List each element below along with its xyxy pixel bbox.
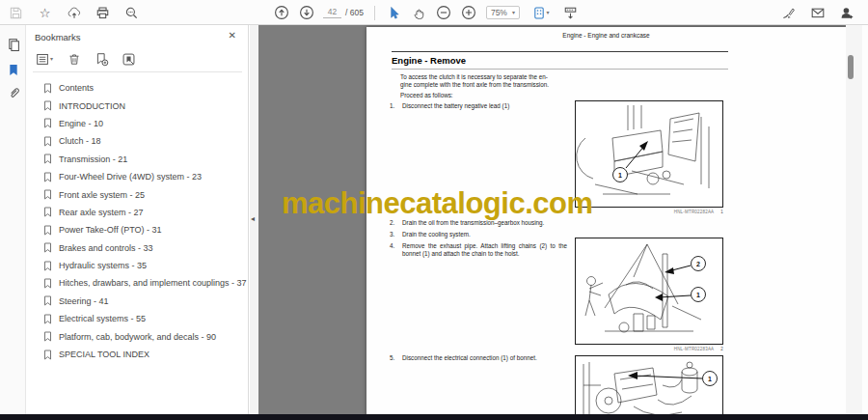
panel-splitter[interactable]: ◂ [250,25,258,414]
toolbar-nav-group: 42 / 605 75% ▾ ▾ [273,0,579,25]
bookmark-item-4wd[interactable]: Four-Wheel Drive (4WD) system - 23 [26,168,249,185]
intro-line: To access the clutch it is necessary to … [400,73,553,81]
hand-tool-icon[interactable] [411,3,427,22]
bookmark-label: Electrical systems - 55 [59,314,146,323]
section-title: Engine - Remove [392,55,466,66]
step-number: 3. [390,231,402,238]
bookmarks-toolbar: ▾ [34,51,136,67]
account-add-icon[interactable] [838,3,854,22]
cloud-upload-icon[interactable] [66,3,82,22]
page-number-box: 42 / 605 [323,7,364,18]
scrollbar-thumb[interactable] [848,55,854,79]
bookmark-item-pto[interactable]: Power Take-Off (PTO) - 31 [26,221,249,238]
bookmark-label: Brakes and controls - 33 [59,243,153,253]
add-bookmark-icon[interactable] [94,51,109,67]
delete-bookmark-icon[interactable] [67,51,82,67]
step-4: 4.Remove the exhaust pipe. Attach liftin… [390,242,567,258]
save-icon[interactable] [8,3,24,22]
navigation-rail [0,25,26,420]
figure-callout: 1 [708,376,712,382]
toolbar-share-group [780,0,854,25]
select-tool-icon[interactable] [386,3,402,22]
step-3: 3.Drain the cooling system. [390,231,567,238]
bookmark-label: Power Take-Off (PTO) - 31 [59,225,162,235]
page-number-input[interactable]: 42 [323,7,341,18]
bookmark-item-electrical[interactable]: Electrical systems - 55 [26,310,249,327]
bookmark-label: SPECIAL TOOL INDEX [59,350,149,359]
pdf-reader-window: ☆ 42 / 605 [0,0,868,420]
intro-line: gine complete with the front axle from t… [400,81,553,89]
bookmark-label: Engine - 10 [59,119,103,128]
locate-bookmark-icon[interactable] [121,51,136,67]
mail-icon[interactable] [809,3,826,22]
figure-battery-illustration: 1 [575,100,723,208]
step-5: 5.Disconnect the electrical connection (… [390,354,567,362]
bookmarks-panel-icon[interactable] [6,62,21,77]
page-thumbnails-icon[interactable] [6,37,21,52]
figure-electrical-connection-illustration: 1 [575,355,723,414]
intro-paragraph: To access the clutch it is necessary to … [400,73,553,89]
running-header: Engine - Engine and crankcase [366,32,846,39]
bookmark-item-rear-axle[interactable]: Rear axle system - 27 [26,204,249,221]
bookmark-options-icon[interactable]: ▾ [34,51,55,67]
bookmarks-list: Contents INTRODUCTION Engine - 10 Clutch… [26,79,249,363]
print-icon[interactable] [95,3,111,22]
figure-caption-code: HNL-MTR02283AA [674,347,715,351]
bookmark-label: Contents [59,83,94,93]
bookmarks-panel-title: Bookmarks [35,32,81,42]
figure-caption: HNL-MTR02283AA2 [575,347,723,351]
bookmark-label: Front axle system - 25 [59,190,145,200]
figure-callout: 1 [696,292,700,298]
divider [392,69,728,70]
main-toolbar: ☆ 42 / 605 [0,0,868,25]
bookmark-item-clutch[interactable]: Clutch - 18 [26,132,249,150]
zoom-level-value: 75% [491,8,507,17]
step-text: Drain the cooling system. [402,231,567,238]
chevron-down-icon: ▾ [546,10,549,15]
previous-page-icon[interactable] [273,3,289,22]
page-total-label: / 605 [345,8,364,17]
zoom-in-icon[interactable] [461,3,477,22]
fit-page-icon[interactable]: ▾ [529,3,554,22]
step-text: Disconnect the electrical connection (1)… [402,354,567,362]
zoom-out-icon[interactable] [436,3,452,22]
bookmark-item-steering[interactable]: Steering - 41 [26,293,249,310]
bookmark-item-engine[interactable]: Engine - 10 [26,115,249,132]
bookmark-label: Four-Wheel Drive (4WD) system - 23 [59,172,202,182]
fit-width-icon[interactable] [562,3,579,22]
bookmark-label: Hitches, drawbars, and implement couplin… [59,278,247,288]
bookmark-label: Steering - 41 [59,296,109,306]
sign-document-icon[interactable] [780,3,797,22]
step-1: 1.Disconnect the battery negative lead (… [390,102,567,110]
figure-number: 2 [720,347,723,351]
divider [33,71,242,72]
bookmark-item-contents[interactable]: Contents [26,79,249,97]
step-number: 1. [390,102,402,110]
bookmark-item-brakes[interactable]: Brakes and controls - 33 [26,239,249,257]
close-icon[interactable]: ✕ [229,30,236,41]
bookmark-label: Rear axle system - 27 [59,208,144,217]
bookmark-item-special-tools[interactable]: SPECIAL TOOL INDEX [26,346,249,363]
site-watermark: machinecatalogic.com [282,186,593,221]
zoom-level-select[interactable]: 75% ▾ [486,6,520,19]
step-number: 4. [390,242,402,258]
search-icon[interactable] [123,3,140,22]
step-text: Remove the exhaust pipe. Attach lifting … [402,242,567,258]
bookmark-label: Platform, cab, bodywork, and decals - 90 [59,332,216,342]
collapse-panel-icon[interactable]: ◂ [251,214,255,223]
favorite-star-icon[interactable]: ☆ [37,3,53,22]
bookmark-item-platform[interactable]: Platform, cab, bodywork, and decals - 90 [26,327,249,345]
bookmark-label: Hydraulic systems - 35 [59,261,147,270]
figure-caption: HNL-MTR02282AA1 [575,210,723,214]
bookmark-item-hitches[interactable]: Hitches, drawbars, and implement couplin… [26,274,249,292]
bookmark-item-transmission[interactable]: Transmission - 21 [26,151,249,168]
next-page-icon[interactable] [298,3,314,22]
bookmark-item-introduction[interactable]: INTRODUCTION [26,97,249,114]
bookmark-item-front-axle[interactable]: Front axle system - 25 [26,185,249,203]
bookmark-item-hydraulic[interactable]: Hydraulic systems - 35 [26,257,249,274]
figure-caption-code: HNL-MTR02282AA [674,210,715,214]
divider [392,51,728,52]
step-text: Disconnect the battery negative lead (1) [402,102,567,110]
attachments-icon[interactable] [6,85,21,100]
vertical-scrollbar[interactable] [846,25,862,414]
